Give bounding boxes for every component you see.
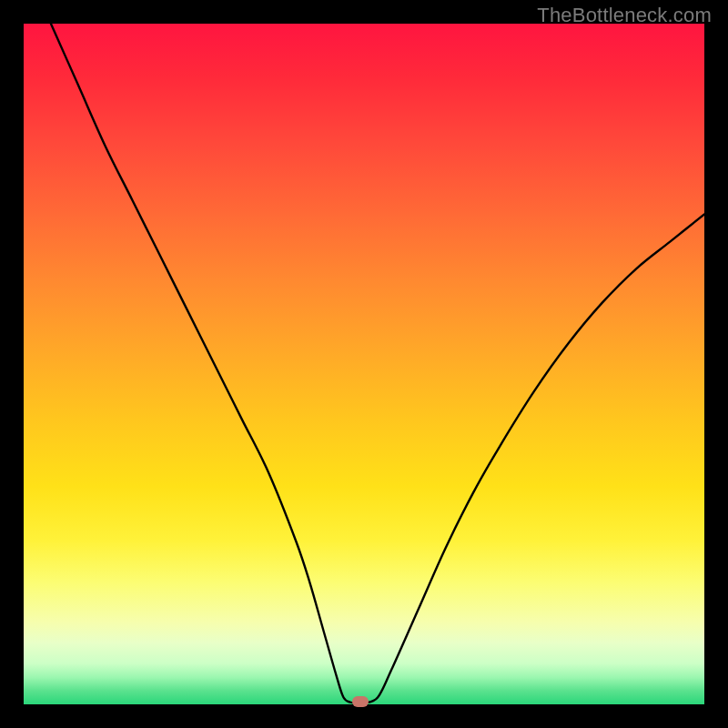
plot-area bbox=[24, 24, 704, 704]
chart-frame: TheBottleneck.com bbox=[0, 0, 728, 728]
bottleneck-curve bbox=[24, 24, 704, 704]
optimal-point-marker bbox=[352, 696, 369, 707]
